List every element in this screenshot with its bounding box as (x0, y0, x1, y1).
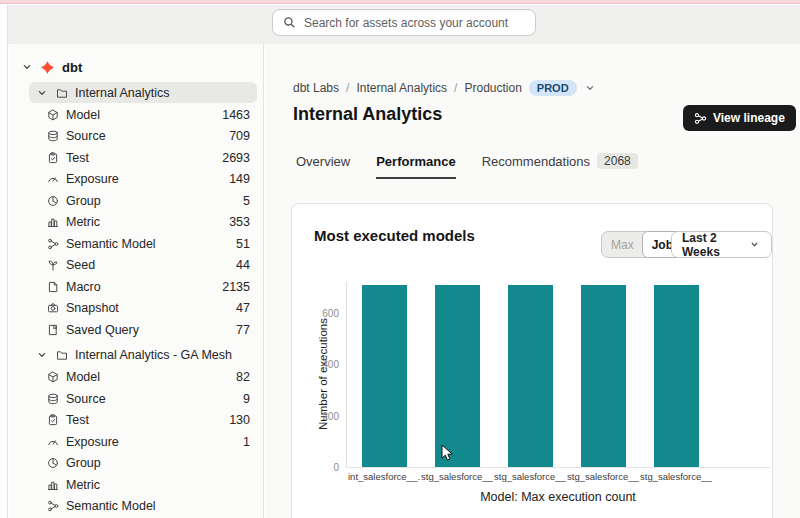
bar-stg-salesforce-4[interactable] (654, 285, 699, 467)
item-label: Metric (66, 478, 100, 492)
sidebar-item-source[interactable]: Source9 (9, 388, 263, 410)
chevron-down-icon[interactable] (584, 82, 597, 95)
sidebar-root-dbt[interactable]: dbt (9, 56, 263, 78)
x-tick-label: int_salesforce__… (348, 471, 420, 482)
sidebar-item-model[interactable]: Model1463 (9, 104, 263, 126)
saved-query-icon (46, 323, 59, 336)
sidebar-item-source[interactable]: Source709 (9, 126, 263, 148)
y-tick-label: 600 (305, 308, 339, 319)
metric-icon (46, 478, 59, 491)
prod-badge[interactable]: PROD (529, 80, 577, 96)
view-lineage-button[interactable]: View lineage (683, 105, 796, 131)
item-count: 9 (243, 392, 250, 406)
bar-stg-salesforce-3[interactable] (581, 285, 626, 467)
item-count: 709 (229, 129, 250, 143)
item-label: Saved Query (66, 323, 139, 337)
y-axis-line (346, 282, 347, 467)
breadcrumb: dbt Labs / Internal Analytics / Producti… (293, 80, 597, 96)
test-icon (46, 151, 59, 164)
item-label: Semantic Model (66, 499, 156, 513)
item-label: Source (66, 129, 106, 143)
date-range-select[interactable]: Last 2 Weeks (671, 231, 772, 258)
sidebar-item-test[interactable]: Test130 (9, 410, 263, 432)
item-count: 5 (243, 194, 250, 208)
test-icon (46, 414, 59, 427)
breadcrumb-separator: / (454, 81, 457, 95)
sidebar-item-seed[interactable]: Seed44 (9, 255, 263, 277)
item-label: Seed (66, 258, 95, 272)
toggle-option-max[interactable]: Max (602, 232, 643, 257)
tab-recommendations[interactable]: Recommendations2068 (482, 153, 638, 179)
group-icon (46, 457, 59, 470)
chart-title: Most executed models (314, 227, 475, 244)
x-axis-line (346, 467, 770, 468)
folder-icon (55, 86, 68, 99)
x-tick-label: stg_salesforce__… (421, 471, 493, 482)
tab-label: Overview (296, 154, 350, 169)
item-label: Exposure (66, 172, 119, 186)
dbt-logo-icon (41, 61, 54, 74)
item-label: Macro (66, 280, 101, 294)
y-tick-label: 400 (305, 359, 339, 370)
sidebar-folder-internal-analytics-ga-mesh[interactable]: Internal Analytics - GA Mesh (29, 345, 257, 366)
y-tick-label: 0 (305, 462, 339, 473)
sidebar-item-exposure[interactable]: Exposure149 (9, 169, 263, 191)
sidebar-item-semantic-model[interactable]: Semantic Model (9, 496, 263, 518)
tab-label: Performance (376, 154, 455, 169)
breadcrumb-item-project[interactable]: Internal Analytics (356, 81, 447, 95)
x-tick-label: stg_salesforce__… (567, 471, 639, 482)
item-label: Model (66, 370, 100, 384)
sidebar-item-metric[interactable]: Metric (9, 474, 263, 496)
search-input[interactable] (304, 16, 525, 30)
chevron-down-icon (35, 349, 48, 362)
item-count: 47 (236, 301, 250, 315)
sidebar-item-snapshot[interactable]: Snapshot47 (9, 298, 263, 320)
bar-stg-salesforce-2[interactable] (508, 285, 553, 467)
breadcrumb-separator: / (346, 81, 349, 95)
breadcrumb-item-account[interactable]: dbt Labs (293, 81, 339, 95)
sidebar-item-metric[interactable]: Metric353 (9, 212, 263, 234)
folder-label: Internal Analytics - GA Mesh (75, 348, 232, 362)
item-label: Model (66, 108, 100, 122)
sidebar-item-exposure[interactable]: Exposure1 (9, 431, 263, 453)
sidebar-item-group[interactable]: Group (9, 453, 263, 475)
item-count: 82 (236, 370, 250, 384)
semantic-model-icon (46, 237, 59, 250)
item-label: Snapshot (66, 301, 119, 315)
search-icon (283, 16, 296, 29)
sidebar-tree: Internal AnalyticsModel1463Source709Test… (9, 82, 263, 517)
page-title: Internal Analytics (293, 104, 442, 125)
folder-label: Internal Analytics (75, 86, 170, 100)
sidebar-item-test[interactable]: Test2693 (9, 147, 263, 169)
topbar (0, 5, 800, 44)
tab-label: Recommendations (482, 154, 590, 169)
item-count: 1463 (222, 108, 250, 122)
breadcrumb-item-environment[interactable]: Production (464, 81, 521, 95)
item-count: 130 (229, 413, 250, 427)
sidebar: dbt Internal AnalyticsModel1463Source709… (9, 44, 264, 518)
date-range-value: Last 2 Weeks (682, 231, 740, 259)
global-search[interactable] (272, 9, 536, 36)
tab-performance[interactable]: Performance (376, 153, 455, 179)
macro-icon (46, 280, 59, 293)
bar-stg-salesforce-1[interactable] (435, 285, 480, 467)
folder-icon (55, 349, 68, 362)
sidebar-item-group[interactable]: Group5 (9, 190, 263, 212)
model-icon (46, 371, 59, 384)
screen-share-indicator (0, 0, 800, 4)
tab-overview[interactable]: Overview (296, 153, 350, 179)
item-count: 44 (236, 258, 250, 272)
item-label: Test (66, 413, 89, 427)
item-count: 2693 (222, 151, 250, 165)
sidebar-item-model[interactable]: Model82 (9, 367, 263, 389)
sidebar-item-macro[interactable]: Macro2135 (9, 276, 263, 298)
sidebar-item-semantic-model[interactable]: Semantic Model51 (9, 233, 263, 255)
bar-int-salesforce-0[interactable] (362, 285, 407, 467)
sidebar-folder-internal-analytics[interactable]: Internal Analytics (29, 82, 257, 103)
item-label: Semantic Model (66, 237, 156, 251)
sidebar-item-saved-query[interactable]: Saved Query77 (9, 319, 263, 341)
chevron-down-icon[interactable] (20, 61, 33, 74)
item-count: 77 (236, 323, 250, 337)
source-icon (46, 130, 59, 143)
snapshot-icon (46, 302, 59, 315)
